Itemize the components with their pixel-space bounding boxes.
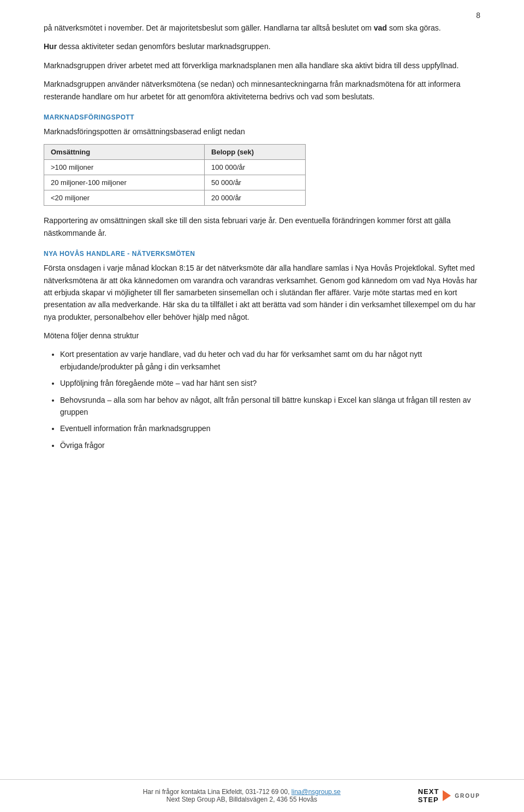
list-item-3: Behovsrunda – alla som har behov av någo… bbox=[60, 394, 480, 419]
paragraph-2: Hur dessa aktiviteter sedan genomförs be… bbox=[44, 40, 480, 52]
list-item-1: Kort presentation av varje handlare, vad… bbox=[60, 348, 480, 373]
section2-p2: Mötena följer denna struktur bbox=[44, 330, 480, 342]
footer-contact: Har ni frågor kontakta Lina Ekfeldt, 031… bbox=[66, 788, 418, 803]
footer-line2: Next Step Group AB, Billdalsvägen 2, 436… bbox=[66, 796, 418, 803]
table-cell: >100 miljoner bbox=[44, 160, 205, 175]
table-cell: 20 000/år bbox=[205, 190, 306, 206]
meeting-structure-list: Kort presentation av varje handlare, vad… bbox=[60, 348, 480, 451]
section-heading-marketing: MARKNADSFÖRINGSPOTT bbox=[44, 114, 480, 121]
paragraph-4: Marknadsgruppen använder nätverksmötena … bbox=[44, 78, 480, 103]
logo-group-text: GROUP bbox=[455, 793, 480, 799]
footer: Har ni frågor kontakta Lina Ekfeldt, 031… bbox=[0, 779, 524, 812]
logo-text: NEXT STEP bbox=[418, 787, 439, 804]
footer-line1: Har ni frågor kontakta Lina Ekfeldt, 031… bbox=[66, 788, 418, 796]
section2-p1: Första onsdagen i varje månad klockan 8:… bbox=[44, 262, 480, 323]
p2-end: dessa aktiviteter sedan genomförs beslut… bbox=[57, 42, 270, 51]
table-cell: 20 miljoner-100 miljoner bbox=[44, 175, 205, 190]
list-item-4: Eventuell information från marknadsgrupp… bbox=[60, 422, 480, 434]
paragraph-1: på nätverksmötet i november. Det är majo… bbox=[44, 22, 480, 34]
footer-line1-text: Har ni frågor kontakta Lina Ekfeldt, 031… bbox=[143, 788, 291, 796]
p1-text: på nätverksmötet i november. Det är majo… bbox=[44, 23, 374, 32]
marketing-table: Omsättning Belopp (sek) >100 miljoner100… bbox=[44, 144, 306, 206]
section1-intro: Marknadsföringspotten är omsättningsbase… bbox=[44, 126, 480, 138]
section1-after: Rapportering av omsättningen skall ske t… bbox=[44, 214, 480, 239]
table-cell: <20 miljoner bbox=[44, 190, 205, 206]
paragraph-3: Marknadsgruppen driver arbetet med att f… bbox=[44, 59, 480, 71]
table-cell: 50 000/år bbox=[205, 175, 306, 190]
p1-end: som ska göras. bbox=[387, 23, 441, 32]
logo-next: NEXT bbox=[418, 787, 439, 796]
next-step-logo: NEXT STEP GROUP bbox=[418, 787, 480, 804]
list-item-5: Övriga frågor bbox=[60, 439, 480, 451]
table-cell: 100 000/år bbox=[205, 160, 306, 175]
section-heading-network: NYA HOVÅS HANDLARE - NÄTVERKSMÖTEN bbox=[44, 250, 480, 258]
table-header-omsattning: Omsättning bbox=[44, 145, 205, 160]
page: 8 på nätverksmötet i november. Det är ma… bbox=[0, 0, 524, 812]
list-item-2: Uppföljning från föregående möte – vad h… bbox=[60, 377, 480, 389]
logo-arrow-icon bbox=[443, 790, 451, 801]
page-number: 8 bbox=[476, 11, 480, 20]
logo-step: STEP bbox=[418, 796, 439, 804]
table-header-belopp: Belopp (sek) bbox=[205, 145, 306, 160]
p1-bold: vad bbox=[374, 23, 387, 32]
footer-email[interactable]: lina@nsgroup.se bbox=[291, 788, 341, 796]
p2-bold: Hur bbox=[44, 42, 57, 51]
